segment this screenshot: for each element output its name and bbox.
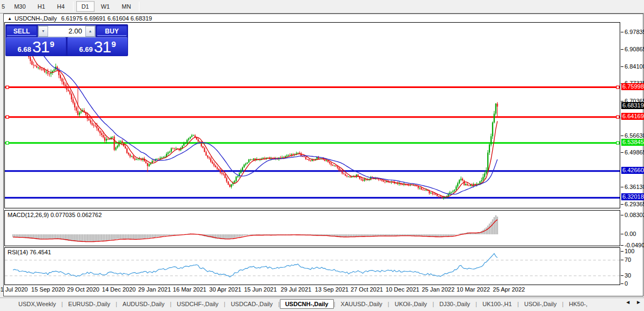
buy-price-big: 31 xyxy=(94,39,111,55)
buy-price-small: 6.69 xyxy=(79,44,92,55)
rsi-line xyxy=(13,254,498,277)
rsi-scale-tick: 70 xyxy=(621,256,631,263)
tick-dash xyxy=(621,234,623,234)
date-label: 29 Oct 2020 xyxy=(67,286,99,293)
hline-anchor xyxy=(6,116,9,118)
toolbar-separator xyxy=(139,2,139,11)
sell-price-sup: 9 xyxy=(50,39,54,49)
timeframe-button-w1[interactable]: W1 xyxy=(96,1,116,12)
tick-dash xyxy=(621,136,623,136)
date-label: 10 Mar 2022 xyxy=(457,286,490,293)
price-tick: 6.36130 xyxy=(621,184,644,190)
timeframe-button-d1[interactable]: D1 xyxy=(76,1,95,12)
chart-tabs-bar: USDX,Weekly|EURUSD-,Daily|AUDUSD-,Daily|… xyxy=(0,298,644,310)
chart-tab-hk50[interactable]: HK50-, xyxy=(564,299,593,309)
date-label: 31 Jul 2020 xyxy=(0,286,28,293)
buy-price-tile[interactable]: 6.69 31 9 xyxy=(68,37,128,56)
tick-dash xyxy=(621,204,623,205)
chart-tab-xauusd-daily[interactable]: XAUUSD-,Daily xyxy=(336,299,388,309)
sell-price-small: 6.68 xyxy=(17,44,31,55)
tick-dash xyxy=(621,251,623,252)
date-label: 29 Jul 2021 xyxy=(281,286,312,293)
current-price-label: 6.68319 xyxy=(621,102,644,109)
ma-slow-line xyxy=(40,51,498,194)
timeframe-button-m30[interactable]: M30 xyxy=(9,1,31,12)
chart-tab-ukoil-daily[interactable]: UKOil-,Daily xyxy=(389,299,432,309)
tick-dash xyxy=(621,283,623,284)
chart-ohlc-values: 6.61975 6.69691 6.61604 6.68319 xyxy=(61,15,152,22)
volume-increase-button[interactable]: ▲ xyxy=(85,26,95,37)
chart-tab-uk100-h1[interactable]: UK100-,H1 xyxy=(477,299,517,309)
date-label: 15 Sep 2020 xyxy=(31,286,65,293)
chart-tab-usdchf-daily[interactable]: USDCHF-,Daily xyxy=(171,299,224,309)
macd-scale-tick: 0.083039 xyxy=(621,212,644,218)
date-label: 25 Apr 2022 xyxy=(493,286,525,293)
rsi-pane[interactable] xyxy=(4,247,620,285)
chart-symbol-title: USDCNH-,Daily xyxy=(15,15,57,22)
hline-price-label: 6.64169 xyxy=(621,113,644,120)
timeframe-button-h1[interactable]: H1 xyxy=(32,1,51,12)
chart-tab-audusd-daily[interactable]: AUDUSD-,Daily xyxy=(117,299,170,309)
one-click-trading-panel: SELL ▼ ▲ BUY 6.68 31 9 6.69 31 9 xyxy=(5,24,128,56)
chart-tab-usdcnh-daily[interactable]: USDCNH-,Daily xyxy=(280,299,334,309)
hline-price-label: 6.32018 xyxy=(621,193,644,200)
price-tick: 6.56630 xyxy=(621,132,644,139)
tick-dash xyxy=(621,260,623,260)
date-label: 25 Jan 2022 xyxy=(422,286,455,293)
chart-tab-usoil-daily[interactable]: USOil-,Daily xyxy=(519,299,562,309)
timeframe-button-h4[interactable]: H4 xyxy=(52,1,70,12)
rsi-label: RSI(14) 76.4541 xyxy=(8,249,51,255)
chart-title-bar: ▲USDCNH-,Daily6.61975 6.69691 6.61604 6.… xyxy=(8,15,152,22)
tab-scroll-arrows: ◄ ► xyxy=(624,299,642,305)
trade-panel-prices: 6.68 31 9 6.69 31 9 xyxy=(6,37,128,56)
macd-histogram xyxy=(12,215,498,242)
tabs-scroll-left-icon[interactable]: ◄ xyxy=(624,299,632,305)
date-label: 14 Dec 2020 xyxy=(102,286,136,293)
hline-anchor xyxy=(6,141,9,144)
macd-scale-tick: 0.00 xyxy=(621,231,636,237)
tick-dash xyxy=(621,245,623,246)
chart-tab-eurusd-daily[interactable]: EURUSD-,Daily xyxy=(63,299,116,309)
timeframe-button-mn[interactable]: MN xyxy=(116,1,136,12)
tick-dash xyxy=(621,66,623,67)
hline-anchor xyxy=(6,86,9,89)
volume-input[interactable] xyxy=(48,26,85,37)
tick-dash xyxy=(621,215,623,215)
date-axis: 31 Jul 202015 Sep 202029 Oct 202014 Dec … xyxy=(0,286,644,295)
hline-anchor xyxy=(616,116,619,118)
date-label: 16 Mar 2021 xyxy=(173,286,206,293)
hline-anchor xyxy=(616,86,619,89)
buy-button[interactable]: BUY xyxy=(97,26,127,36)
tick-dash xyxy=(621,49,623,50)
timeframe-button-5[interactable]: 5 xyxy=(1,1,8,12)
sell-price-tile[interactable]: 6.68 31 9 xyxy=(6,37,66,56)
price-tick: 6.97835 xyxy=(621,29,644,35)
price-tick: 6.90865 xyxy=(621,46,644,52)
price-tick: 6.49865 xyxy=(621,149,644,156)
chart-tab-dj30-daily[interactable]: DJ30-,Daily xyxy=(434,299,475,309)
hline-anchor xyxy=(616,141,619,144)
chart-tab-usdcad-daily[interactable]: USDCAD-,Daily xyxy=(225,299,278,309)
tick-dash xyxy=(621,275,623,276)
tick-dash xyxy=(621,187,623,187)
sell-button[interactable]: SELL xyxy=(6,26,37,36)
hline-price-label: 6.75998 xyxy=(621,83,644,90)
tick-dash xyxy=(621,32,623,32)
sell-price-big: 31 xyxy=(32,39,49,55)
price-tick: 6.84100 xyxy=(621,63,644,70)
chart-tab-usdx-weekly[interactable]: USDX,Weekly xyxy=(13,299,61,309)
tabs-scroll-right-icon[interactable]: ► xyxy=(635,299,642,305)
timeframe-toolbar: 5M30H1H4D1W1MN xyxy=(0,0,644,13)
volume-spinner: ▼ ▲ xyxy=(38,25,96,37)
hline-price-label: 6.53845 xyxy=(621,139,644,146)
tick-dash xyxy=(621,101,623,102)
macd-label: MACD(12,26,9) 0.077035 0.062762 xyxy=(8,212,102,218)
tick-dash xyxy=(621,152,623,153)
buy-price-sup: 9 xyxy=(111,39,116,49)
rsi-scale-tick: 100 xyxy=(621,248,634,254)
collapse-panel-arrow[interactable]: ▲ xyxy=(8,16,12,21)
volume-decrease-button[interactable]: ▼ xyxy=(38,26,48,37)
date-label: 27 Oct 2021 xyxy=(351,286,383,293)
hline-price-label: 6.42660 xyxy=(621,167,644,174)
toolbar-separator xyxy=(73,2,73,11)
